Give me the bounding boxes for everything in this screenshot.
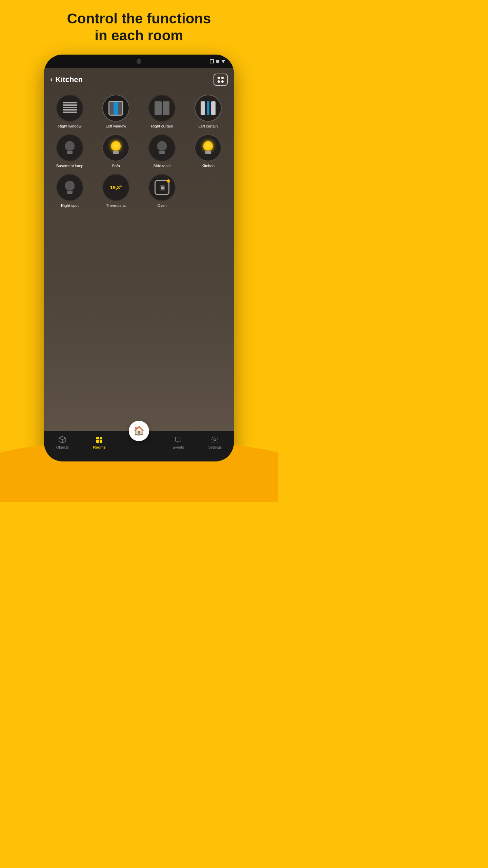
- cube-icon: [58, 436, 66, 444]
- room-title: Kitchen: [55, 75, 83, 84]
- svg-point-4: [214, 439, 216, 441]
- gear-icon: [211, 436, 219, 444]
- device-left-window[interactable]: Left window: [94, 93, 138, 131]
- basement-lamp-icon: [64, 141, 76, 155]
- status-square-icon: [210, 59, 214, 63]
- chat-icon: [174, 436, 182, 444]
- thermostat-icon: 19,3°: [110, 184, 122, 190]
- device-oven[interactable]: ▣ Oven: [140, 172, 184, 210]
- oven-icon: ▣: [155, 180, 169, 195]
- svg-rect-3: [100, 440, 102, 443]
- basement-lamp-label: Basement lamp: [56, 163, 83, 169]
- kitchen-light-icon: [202, 141, 214, 155]
- status-bar: [44, 55, 234, 68]
- phone-screen: ‹ Kitchen: [44, 68, 234, 461]
- nav-item-objects[interactable]: Objects: [54, 434, 72, 451]
- right-spot-label: Right spot: [61, 203, 79, 208]
- right-window-icon: [63, 102, 77, 114]
- devices-grid: Right window Left window: [44, 90, 234, 213]
- menu-button[interactable]: [214, 74, 228, 86]
- right-curtain-icon: [155, 101, 169, 115]
- home-center-button[interactable]: 🏠: [129, 421, 149, 441]
- device-basement-lamp[interactable]: Basement lamp: [47, 132, 92, 171]
- status-circle-icon: [216, 60, 219, 63]
- objects-nav-label: Objects: [56, 445, 69, 449]
- device-sofa[interactable]: Sofa: [94, 132, 138, 171]
- device-right-window[interactable]: Right window: [47, 93, 92, 131]
- camera-dot: [137, 59, 141, 64]
- nav-item-settings[interactable]: Settings: [205, 434, 224, 451]
- phone-frame: ‹ Kitchen: [44, 55, 234, 461]
- sofa-label: Sofa: [112, 163, 120, 169]
- rooms-icon: [95, 436, 103, 444]
- home-icon: 🏠: [134, 426, 144, 436]
- device-right-curtain[interactable]: Right curtain: [140, 93, 184, 131]
- left-curtain-label: Left curtain: [199, 124, 218, 129]
- page-title: Control the functions in each room: [67, 10, 211, 44]
- device-kitchen-light[interactable]: Kitchen: [186, 132, 230, 171]
- device-left-curtain[interactable]: Left curtain: [186, 93, 230, 131]
- nav-item-rooms[interactable]: Rooms: [90, 434, 108, 451]
- settings-nav-label: Settings: [208, 445, 222, 449]
- side-table-icon: [156, 141, 168, 155]
- svg-rect-2: [96, 440, 99, 443]
- nav-item-events[interactable]: Events: [170, 434, 187, 451]
- sofa-bulb-icon: [110, 141, 122, 155]
- left-window-icon: [108, 101, 123, 116]
- thermostat-label: Thermostat: [106, 203, 126, 208]
- left-window-label: Left window: [106, 124, 126, 129]
- device-side-table[interactable]: Side table: [140, 132, 184, 171]
- svg-rect-0: [96, 437, 99, 439]
- right-curtain-label: Right curtain: [151, 124, 173, 129]
- device-right-spot[interactable]: Right spot: [47, 172, 92, 210]
- right-window-label: Right window: [58, 124, 81, 129]
- status-icons: [210, 59, 225, 63]
- back-arrow-icon: ‹: [50, 75, 53, 84]
- menu-dots-icon: [218, 77, 224, 83]
- right-spot-icon: [64, 181, 76, 194]
- bottom-nav: 🏠 Objects: [44, 431, 234, 461]
- oven-label: Oven: [157, 203, 167, 208]
- kitchen-label: Kitchen: [202, 163, 215, 169]
- left-curtain-icon: [201, 101, 216, 115]
- rooms-nav-label: Rooms: [93, 445, 106, 449]
- side-table-label: Side table: [153, 163, 170, 169]
- app-header: ‹ Kitchen: [44, 70, 234, 90]
- back-button[interactable]: ‹ Kitchen: [50, 75, 83, 84]
- events-nav-label: Events: [172, 445, 184, 449]
- status-triangle-icon: [221, 60, 225, 63]
- device-thermostat[interactable]: 19,3° Thermostat: [94, 172, 138, 210]
- svg-rect-1: [100, 437, 102, 439]
